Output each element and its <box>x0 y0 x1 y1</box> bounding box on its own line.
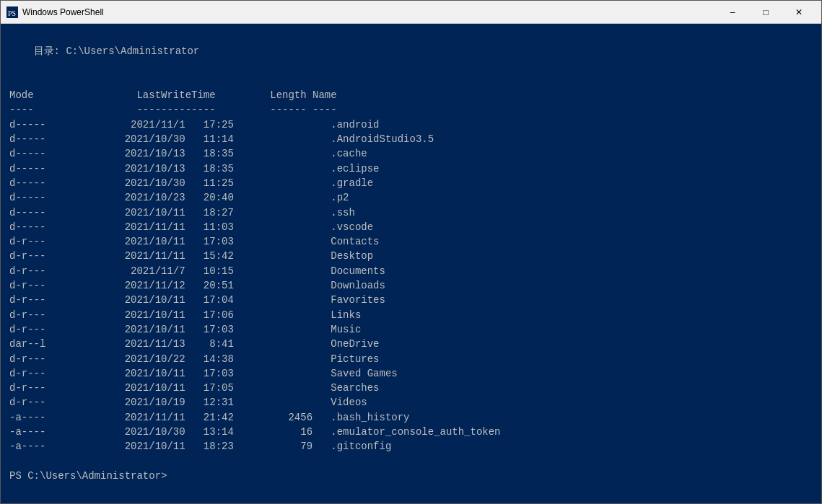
console-output[interactable]: 目录: C:\Users\Administrator Mode LastWrit… <box>1 24 821 503</box>
svg-text:PS: PS <box>8 9 16 17</box>
window-controls: – □ ✕ <box>716 1 816 24</box>
maximize-button[interactable]: □ <box>749 1 782 24</box>
app-icon: PS <box>6 6 18 18</box>
window-title: Windows PowerShell <box>22 7 716 17</box>
minimize-button[interactable]: – <box>716 1 749 24</box>
title-bar: PS Windows PowerShell – □ ✕ <box>1 1 821 24</box>
close-button[interactable]: ✕ <box>782 1 816 24</box>
